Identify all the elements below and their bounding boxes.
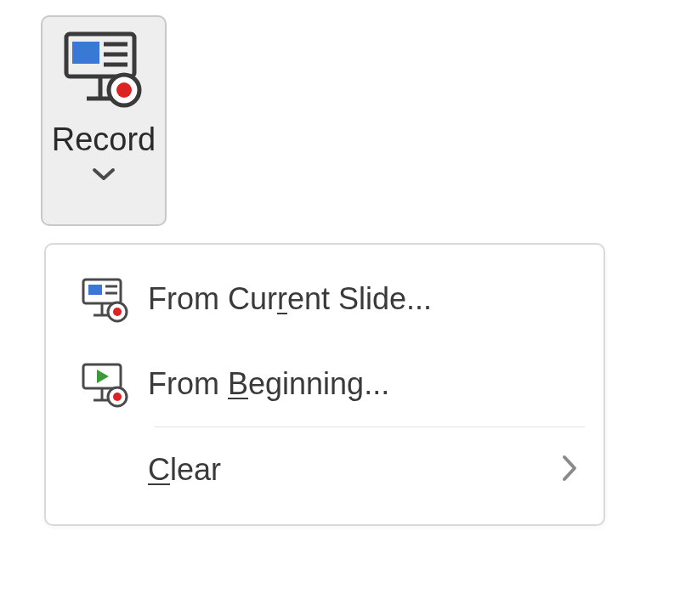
- record-from-beginning-icon: [71, 361, 139, 408]
- menu-item-label: Clear: [139, 452, 559, 488]
- svg-rect-10: [88, 285, 102, 295]
- menu-item-from-beginning[interactable]: From Beginning...: [53, 342, 597, 427]
- svg-point-8: [116, 82, 132, 98]
- menu-item-from-current-slide[interactable]: From Current Slide...: [53, 257, 597, 342]
- record-screen-icon: [61, 29, 146, 113]
- svg-rect-1: [73, 42, 99, 63]
- record-button-label: Record: [52, 122, 156, 158]
- chevron-down-icon: [91, 167, 116, 187]
- svg-point-16: [113, 308, 122, 316]
- record-split-button[interactable]: Record: [41, 15, 167, 226]
- svg-marker-18: [97, 370, 109, 383]
- svg-point-22: [113, 393, 122, 401]
- menu-item-clear[interactable]: Clear: [53, 427, 597, 512]
- menu-item-label: From Current Slide...: [139, 281, 585, 317]
- record-menu: From Current Slide... From Beginning... …: [44, 243, 605, 526]
- menu-item-label: From Beginning...: [139, 366, 585, 402]
- record-current-slide-icon: [71, 276, 139, 323]
- chevron-right-icon: [559, 449, 585, 491]
